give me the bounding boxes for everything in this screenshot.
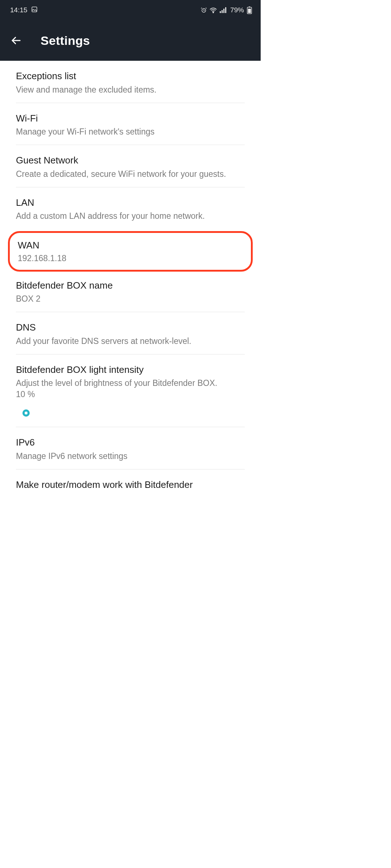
signal-icon [219,7,227,13]
settings-list: Exceptions list View and manage the excl… [0,61,261,490]
battery-icon [247,6,252,14]
svg-point-2 [213,12,214,13]
svg-rect-4 [222,10,223,13]
item-subtitle: Add a custom LAN address for your home n… [16,210,245,222]
item-subtitle: Add your favorite DNS servers at network… [16,336,245,347]
item-title: WAN [18,239,243,251]
item-subtitle: 192.168.1.18 [18,253,243,264]
item-light-intensity[interactable]: Bitdefender BOX light intensity Adjust t… [16,354,245,427]
item-lan[interactable]: LAN Add a custom LAN address for your ho… [16,187,245,229]
item-title: IPv6 [16,437,245,448]
item-subtitle: Create a dedicated, secure WiFi network … [16,169,245,180]
item-title: Make router/modem work with Bitdefender [16,479,245,491]
item-subtitle: Manage your Wi-Fi network's settings [16,126,245,137]
svg-rect-5 [223,9,224,13]
item-subtitle: View and manage the excluded items. [16,84,245,95]
item-ipv6[interactable]: IPv6 Manage IPv6 network settings [16,427,245,469]
item-dns[interactable]: DNS Add your favorite DNS servers at net… [16,312,245,354]
svg-rect-6 [225,7,226,13]
item-box-name[interactable]: Bitdefender BOX name BOX 2 [16,272,245,312]
item-subtitle: Adjust the level of brightness of your B… [16,378,245,389]
arrow-left-icon [10,35,21,46]
item-exceptions-list[interactable]: Exceptions list View and manage the excl… [16,61,245,103]
back-button[interactable] [9,33,23,48]
picture-icon [31,6,38,14]
item-guest-network[interactable]: Guest Network Create a dedicated, secure… [16,145,245,187]
item-title: Exceptions list [16,70,245,82]
svg-rect-8 [248,9,251,13]
item-subtitle: Manage IPv6 network settings [16,451,245,462]
item-title: Bitdefender BOX name [16,280,245,292]
app-bar: Settings [0,20,261,61]
item-title: Wi-Fi [16,112,245,124]
item-wan-highlighted[interactable]: WAN 192.168.1.18 [8,231,253,272]
item-title: LAN [16,197,245,209]
status-bar: 14:15 79% [0,0,261,20]
status-right: 79% [201,6,252,14]
light-intensity-slider[interactable] [16,407,245,420]
item-wifi[interactable]: Wi-Fi Manage your Wi-Fi network's settin… [16,103,245,145]
battery-percent: 79% [230,6,244,14]
item-title: Bitdefender BOX light intensity [16,364,245,376]
wifi-icon [209,7,217,13]
slider-thumb-icon [22,409,30,417]
page-title: Settings [41,34,90,48]
svg-rect-9 [249,7,250,7]
item-title: Guest Network [16,154,245,166]
alarm-icon [201,7,207,13]
item-title: DNS [16,322,245,333]
svg-rect-3 [220,11,221,13]
light-intensity-value: 10 % [16,389,245,400]
svg-rect-0 [32,7,37,12]
item-router-modem[interactable]: Make router/modem work with Bitdefender [16,469,245,491]
item-subtitle: BOX 2 [16,293,245,305]
status-left: 14:15 [10,6,38,14]
status-time: 14:15 [10,6,28,14]
